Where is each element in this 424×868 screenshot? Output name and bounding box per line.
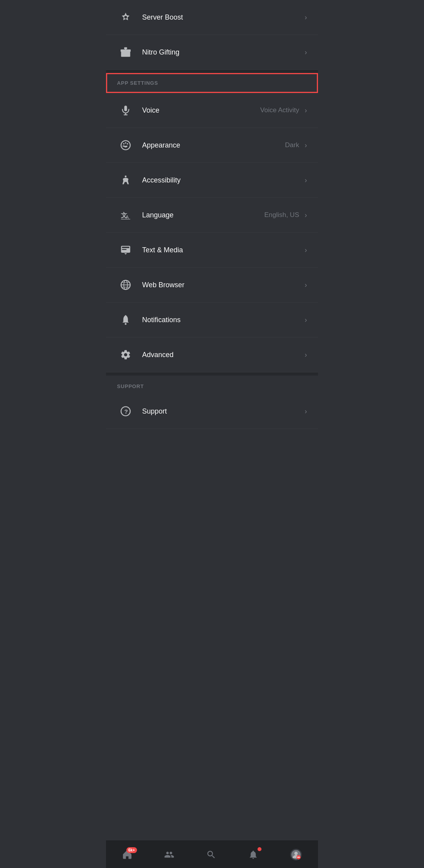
server-boost-icon — [117, 9, 134, 26]
accessibility-icon — [117, 171, 134, 189]
nitro-gifting-label: Nitro Gifting — [142, 48, 303, 57]
language-value: English, US — [264, 211, 299, 219]
app-settings-header: APP SETTINGS — [106, 73, 318, 93]
notifications-item[interactable]: Notifications › — [106, 303, 318, 337]
language-icon: 文 A — [117, 206, 134, 224]
support-item[interactable]: ? Support › — [106, 394, 318, 429]
language-item[interactable]: 文 A Language English, US › — [106, 198, 318, 233]
text-media-chevron: › — [305, 246, 307, 254]
text-media-label: Text & Media — [142, 246, 299, 254]
advanced-item[interactable]: Advanced › — [106, 337, 318, 372]
server-boost-label: Server Boost — [142, 13, 303, 22]
support-header: SUPPORT — [106, 376, 318, 394]
appearance-label: Appearance — [142, 141, 285, 150]
svg-point-23 — [125, 323, 127, 325]
notifications-label: Notifications — [142, 316, 299, 324]
svg-point-11 — [125, 175, 127, 177]
svg-rect-3 — [124, 106, 127, 111]
section-divider — [106, 70, 318, 73]
advanced-icon — [117, 346, 134, 363]
server-boost-item[interactable]: Server Boost › — [106, 0, 318, 35]
svg-point-0 — [124, 16, 127, 19]
palette-icon — [117, 137, 134, 154]
language-chevron: › — [305, 211, 307, 219]
microphone-icon — [117, 102, 134, 119]
svg-text:?: ? — [124, 408, 128, 415]
server-boost-chevron: › — [305, 13, 307, 22]
web-browser-icon — [117, 276, 134, 294]
support-icon: ? — [117, 403, 134, 420]
svg-point-7 — [123, 143, 125, 145]
svg-point-8 — [125, 142, 126, 144]
web-browser-label: Web Browser — [142, 281, 299, 289]
notifications-icon — [117, 311, 134, 328]
voice-value: Voice Activity — [260, 106, 299, 114]
voice-label: Voice — [142, 106, 260, 115]
voice-chevron: › — [305, 106, 307, 115]
nitro-gifting-item[interactable]: Nitro Gifting › — [106, 35, 318, 70]
svg-rect-17 — [122, 249, 127, 250]
gift-icon — [117, 44, 134, 61]
svg-point-6 — [121, 140, 130, 150]
web-browser-chevron: › — [305, 281, 307, 289]
language-label: Language — [142, 211, 264, 219]
svg-rect-16 — [122, 247, 130, 248]
svg-rect-2 — [121, 49, 131, 52]
appearance-value: Dark — [285, 141, 299, 149]
svg-rect-1 — [121, 51, 130, 57]
text-media-icon — [117, 241, 134, 259]
appearance-chevron: › — [305, 141, 307, 150]
svg-point-9 — [127, 143, 128, 145]
appearance-item[interactable]: Appearance Dark › — [106, 128, 318, 163]
settings-page: Server Boost › Nitro Gifting › APP SETTI… — [106, 0, 318, 456]
notifications-chevron: › — [305, 316, 307, 324]
advanced-label: Advanced — [142, 351, 299, 359]
nitro-gifting-chevron: › — [305, 48, 307, 57]
svg-text:A: A — [126, 214, 129, 219]
web-browser-item[interactable]: Web Browser › — [106, 268, 318, 303]
accessibility-item[interactable]: Accessibility › — [106, 163, 318, 198]
accessibility-chevron: › — [305, 176, 307, 184]
text-media-item[interactable]: Text & Media › — [106, 233, 318, 268]
support-chevron: › — [305, 407, 307, 416]
support-label: Support — [142, 407, 299, 416]
voice-item[interactable]: Voice Voice Activity › — [106, 93, 318, 128]
advanced-chevron: › — [305, 351, 307, 359]
support-divider — [106, 372, 318, 376]
accessibility-label: Accessibility — [142, 176, 299, 184]
